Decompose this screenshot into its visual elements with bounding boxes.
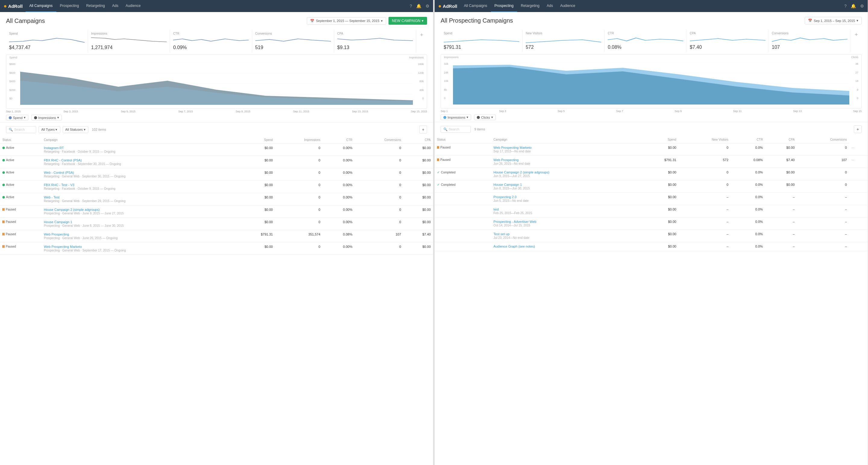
cell-status: ✓ Completed	[435, 168, 491, 180]
right-legend-impressions-dot	[443, 116, 446, 119]
table-row: ✓ Completed House Campaign 1 Jun 8, 2015…	[435, 180, 868, 193]
add-stat-button[interactable]: +	[416, 30, 427, 40]
col-impressions: Impressions	[275, 136, 323, 144]
right-stat-conversions: Conversions 107	[769, 30, 851, 52]
cell-ctr: 0.0%	[731, 193, 765, 205]
right-legend-impressions[interactable]: Impressions ▾	[441, 114, 471, 120]
legend-impressions[interactable]: Impressions ▾	[31, 115, 62, 121]
campaign-name-link[interactable]: House Campaign 1	[44, 220, 235, 224]
campaign-name-link[interactable]: Audience Graph (see notes)	[493, 244, 635, 248]
status-active: Active	[2, 183, 39, 187]
table-row: Active FBX RHC - Test - V3 Retargeting ·…	[0, 181, 433, 193]
left-filter-types[interactable]: All Types ▾	[38, 126, 60, 133]
stat-cpa-label: CPA	[337, 32, 413, 35]
right-tab-ads[interactable]: Ads	[543, 0, 557, 12]
right-help-icon[interactable]: ?	[844, 4, 846, 8]
campaign-name-link[interactable]: Web - Test	[44, 195, 235, 199]
left-tab-retargeting[interactable]: Retargeting	[83, 0, 108, 12]
right-tab-all-campaigns[interactable]: All Campaigns	[460, 0, 491, 12]
right-search-box[interactable]: 🔍 Search	[441, 126, 471, 133]
status-active: Active	[2, 146, 39, 150]
status-paused: Paused	[2, 208, 39, 211]
cell-cpa: $0.00	[404, 156, 433, 168]
right-stat-visitors-value: 572	[526, 44, 601, 50]
left-item-count: 102 items	[92, 128, 106, 131]
table-row: Active FBX RHC - Control (PSA) Retargeti…	[0, 156, 433, 168]
cell-conversions: 0	[355, 193, 403, 205]
stat-cpa: CPA $9.13	[334, 30, 416, 52]
new-campaign-button[interactable]: NEW CAMPAIGN ▾	[389, 17, 427, 25]
cell-conversions: 0	[355, 242, 403, 255]
cell-ctr: 0.00%	[323, 156, 355, 168]
cell-spend: $0.00	[638, 218, 679, 230]
right-settings-icon[interactable]: ⚙	[860, 4, 864, 8]
left-search-box[interactable]: 🔍 Search	[6, 126, 36, 133]
campaign-name-link[interactable]: House Campaign 1	[493, 183, 635, 187]
left-date-range-button[interactable]: 📅 September 1, 2015 — September 15, 2015…	[307, 17, 386, 25]
cell-menu[interactable]: ···	[849, 143, 868, 156]
col-conversions: Conversions	[355, 136, 403, 144]
cell-status: Active	[0, 156, 41, 168]
status-active: Active	[2, 158, 39, 162]
campaign-name-link[interactable]: FBX RHC - Test - V3	[44, 183, 235, 187]
cell-campaign: Prospecting 2.0 Jun 5, 2015—No end date	[491, 193, 638, 205]
campaign-name-link[interactable]: Web Prospecting	[44, 232, 235, 236]
cell-spend: $0.00	[237, 193, 275, 205]
legend-spend[interactable]: Spend ▾	[6, 115, 28, 121]
status-active: Active	[2, 171, 39, 174]
cell-conversions: –	[797, 242, 849, 251]
cell-campaign: House Campaign 2 (simple adgroups) Prosp…	[41, 205, 237, 218]
stat-conversions-value: 519	[255, 45, 331, 50]
right-tab-prospecting[interactable]: Prospecting	[491, 0, 517, 12]
right-legend-clicks[interactable]: Clicks ▾	[474, 114, 495, 120]
right-legend-impressions-label: Impressions	[447, 115, 465, 119]
notifications-icon[interactable]: 🔔	[416, 4, 421, 8]
stat-ctr-label: CTR	[173, 32, 249, 35]
cell-visitors: –	[679, 218, 731, 230]
campaign-name-link[interactable]: Test set up	[493, 232, 635, 236]
right-tab-audience[interactable]: Audience	[557, 0, 579, 12]
help-icon[interactable]: ?	[410, 4, 412, 8]
right-add-campaign-button[interactable]: +	[854, 125, 862, 133]
cell-ctr: 0.0%	[731, 242, 765, 251]
campaign-name-link[interactable]: FBX RHC - Control (PSA)	[44, 158, 235, 162]
campaign-name-link[interactable]: test	[493, 207, 635, 211]
campaign-name-link[interactable]: Web Prospecting Marketo	[493, 146, 635, 150]
right-legend-clicks-label: Clicks	[481, 115, 490, 119]
campaign-name-link[interactable]: Web - Control (PSA)	[44, 171, 235, 174]
cell-cpa: $0.00	[404, 205, 433, 218]
stat-spend-sparkline	[9, 36, 85, 44]
cell-menu[interactable]: ···	[849, 156, 868, 168]
cell-spend: $0.00	[237, 168, 275, 181]
campaign-name-link[interactable]: Web Prospecting	[493, 158, 635, 162]
cell-ctr: 0.0%	[731, 180, 765, 193]
table-row: Test set up Jul 23, 2014—No end date $0.…	[435, 230, 868, 242]
status-pause-icon	[2, 221, 4, 223]
svg-marker-13	[453, 65, 849, 104]
right-chart-x-labels: Sep 1Sep 3Sep 5Sep 7 Sep 9Sep 11Sep 13Se…	[441, 110, 862, 113]
right-date-range-button[interactable]: 📅 Sep 1, 2015 – Sep 15, 2015 ▾	[805, 17, 862, 24]
left-tab-ads[interactable]: Ads	[108, 0, 122, 12]
left-tab-all-campaigns[interactable]: All Campaigns	[26, 0, 56, 12]
campaign-name-link[interactable]: House Campaign 2 (simple adgroups)	[44, 208, 235, 211]
settings-icon[interactable]: ⚙	[426, 4, 430, 8]
left-add-campaign-button[interactable]: +	[419, 126, 427, 133]
campaign-name-link[interactable]: House Campaign 2 (simple adgroups)	[493, 170, 635, 174]
right-add-stat-button[interactable]: +	[851, 30, 862, 40]
campaign-name-link[interactable]: Prospecting 2.0	[493, 195, 635, 199]
col-campaign: Campaign	[41, 136, 237, 144]
right-notifications-icon[interactable]: 🔔	[851, 4, 856, 8]
cell-spend: $0.00	[638, 168, 679, 180]
left-tab-prospecting[interactable]: Prospecting	[56, 0, 83, 12]
campaign-name-link[interactable]: Web Prospecting Marketo	[44, 245, 235, 248]
legend-impressions-label: Impressions	[38, 116, 56, 120]
right-tab-retargeting[interactable]: Retargeting	[517, 0, 543, 12]
campaign-name-link[interactable]: Instagram RT	[44, 146, 235, 150]
cell-visitors: –	[679, 193, 731, 205]
cell-cpa: –	[765, 230, 797, 242]
cell-conversions: –	[797, 193, 849, 205]
campaign-name-link[interactable]: Prospecting - Advertiser Web	[493, 220, 635, 224]
cell-ctr: 0.0%	[731, 218, 765, 230]
left-tab-audience[interactable]: Audience	[122, 0, 144, 12]
left-filter-statuses[interactable]: All Statuses ▾	[63, 126, 88, 133]
